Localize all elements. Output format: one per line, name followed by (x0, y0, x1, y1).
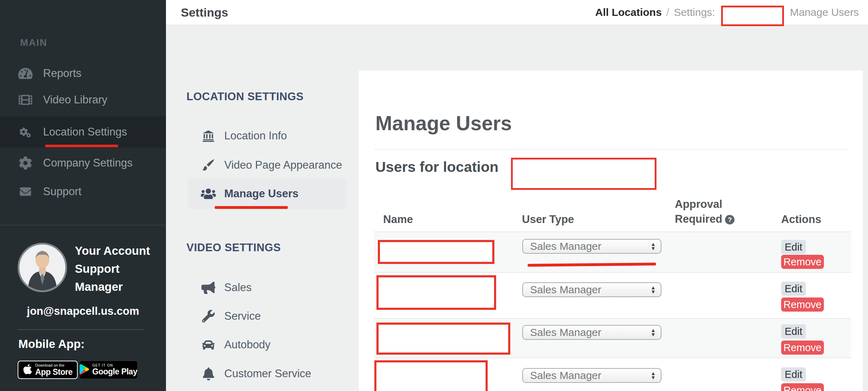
google-play-icon (79, 364, 89, 376)
table-row: Sales Manager ▲▼ Edit Remove (374, 231, 851, 272)
redaction-box-location-name (721, 6, 784, 26)
redaction-box-user-name (378, 240, 494, 264)
edit-button[interactable]: Edit (781, 324, 806, 338)
sidebar-divider (18, 329, 145, 330)
column-header-approval-required: Approval Required? (675, 197, 735, 227)
sidebar-item-video-library[interactable]: Video Library (0, 87, 166, 113)
redaction-box-location-name (511, 158, 656, 190)
subnav-item-service[interactable]: Service (188, 306, 346, 327)
subnav-item-autobody[interactable]: Autobody (188, 334, 346, 355)
user-type-value: Sales Manager (523, 326, 650, 338)
account-manager-title-line1: Your Account (75, 244, 150, 258)
subnav-item-label: Autobody (224, 338, 270, 351)
breadcrumb-current-page: Manage Users (790, 6, 859, 18)
main-sidebar: MAIN Reports Video Library Location Sett… (0, 0, 166, 391)
subnav-item-label: Service (224, 310, 261, 323)
user-type-select[interactable]: Sales Manager ▲▼ (522, 282, 661, 297)
subnav-item-label: Manage Users (224, 187, 298, 200)
remove-button[interactable]: Remove (781, 341, 824, 355)
manage-users-title: Manage Users (375, 112, 512, 135)
remove-button[interactable]: Remove (781, 255, 824, 269)
app-store-badge-tagline: Download on the (35, 363, 72, 368)
annotation-underline-manage-users (215, 206, 288, 209)
edit-button[interactable]: Edit (781, 367, 806, 381)
film-icon (17, 93, 34, 107)
sidebar-item-label: Reports (43, 67, 82, 80)
redaction-box-user-name (374, 360, 488, 391)
redaction-box-user-name (376, 323, 510, 355)
users-table: Sales Manager ▲▼ Edit Remove Sales Manag… (374, 231, 851, 391)
subnav-item-label: Video Page Appearance (224, 159, 342, 172)
google-play-badge[interactable]: GET IT ON Google Play (79, 361, 138, 379)
users-icon (200, 188, 216, 200)
approval-header-line1: Approval (675, 198, 722, 210)
car-icon (200, 339, 216, 351)
page-title: Settings (181, 6, 228, 19)
breadcrumb: All Locations / Settings: Manage Users (595, 0, 859, 26)
annotation-underline-location-settings (45, 145, 118, 147)
edit-button[interactable]: Edit (781, 240, 806, 254)
envelope-icon (17, 186, 34, 197)
apple-icon (23, 363, 32, 376)
user-type-value: Sales Manager (523, 284, 650, 296)
subnav-item-label: Customer Service (224, 367, 311, 380)
user-type-value: Sales Manager (523, 369, 650, 381)
user-type-select[interactable]: Sales Manager ▲▼ (522, 239, 661, 254)
sidebar-item-label: Location Settings (43, 126, 127, 138)
app-store-badge-title: App Store (35, 368, 72, 376)
subnav-item-customer-service[interactable]: Customer Service (188, 363, 346, 384)
user-type-select[interactable]: Sales Manager ▲▼ (522, 368, 661, 383)
sidebar-item-label: Video Library (43, 94, 107, 106)
account-manager-title-line3: Manager (75, 280, 123, 294)
video-settings-heading: VIDEO SETTINGS (186, 241, 281, 254)
subnav-item-location-info[interactable]: Location Info (188, 125, 346, 146)
column-header-actions: Actions (781, 213, 821, 226)
title-divider (374, 149, 847, 150)
location-settings-heading: LOCATION SETTINGS (186, 90, 304, 103)
subnav-item-manage-users[interactable]: Manage Users (188, 178, 346, 209)
account-manager-email: jon@snapcell.us.com (0, 305, 166, 318)
help-question-icon[interactable]: ? (725, 215, 735, 224)
remove-button[interactable]: Remove (781, 383, 824, 391)
chevron-updown-icon: ▲▼ (650, 285, 661, 294)
bell-icon (200, 367, 216, 380)
top-header: Settings All Locations / Settings: Manag… (166, 0, 868, 25)
megaphone-icon (200, 282, 216, 294)
mobile-app-label: Mobile App: (18, 337, 85, 351)
account-manager-title-line2: Support (75, 262, 119, 276)
edit-button[interactable]: Edit (781, 282, 806, 296)
sidebar-item-label: Company Settings (43, 157, 132, 169)
annotation-underline-user-type (528, 263, 656, 267)
subnav-item-video-page-appearance[interactable]: Video Page Appearance (188, 155, 346, 176)
approval-header-line2: Required (675, 213, 722, 225)
user-type-select[interactable]: Sales Manager ▲▼ (522, 325, 661, 340)
wrench-icon (200, 310, 216, 323)
sidebar-section-label: MAIN (20, 37, 47, 48)
users-for-location-subtitle: Users for location (375, 159, 499, 175)
remove-button[interactable]: Remove (781, 297, 824, 312)
column-header-user-type: User Type (522, 213, 574, 226)
google-play-badge-title: Google Play (92, 367, 137, 376)
chevron-updown-icon: ▲▼ (650, 328, 661, 337)
sidebar-item-company-settings[interactable]: Company Settings (0, 150, 166, 176)
sidebar-item-reports[interactable]: Reports (0, 60, 166, 86)
subnav-item-sales[interactable]: Sales (188, 277, 346, 298)
subnav-item-label: Location Info (224, 130, 287, 142)
table-row: Sales Manager ▲▼ Edit Remove (374, 272, 851, 318)
subnav-item-label: Sales (224, 281, 252, 294)
tachometer-icon (17, 67, 34, 80)
table-row: Sales Manager ▲▼ Edit Remove (374, 318, 851, 357)
app-store-badge[interactable]: Download on the App Store (18, 361, 78, 379)
manage-users-card: Manage Users Users for location Name Use… (359, 71, 863, 391)
chevron-updown-icon: ▲▼ (650, 371, 661, 380)
breadcrumb-separator: / (666, 6, 669, 18)
sidebar-item-location-settings[interactable]: Location Settings (0, 116, 166, 148)
breadcrumb-all-locations-link[interactable]: All Locations (595, 6, 661, 18)
sidebar-item-support[interactable]: Support (0, 179, 166, 205)
sidebar-divider (0, 225, 166, 225)
gears-icon (17, 125, 34, 139)
user-type-value: Sales Manager (523, 240, 650, 252)
avatar (18, 243, 67, 292)
sidebar-item-label: Support (43, 185, 82, 198)
column-header-name: Name (383, 213, 413, 226)
